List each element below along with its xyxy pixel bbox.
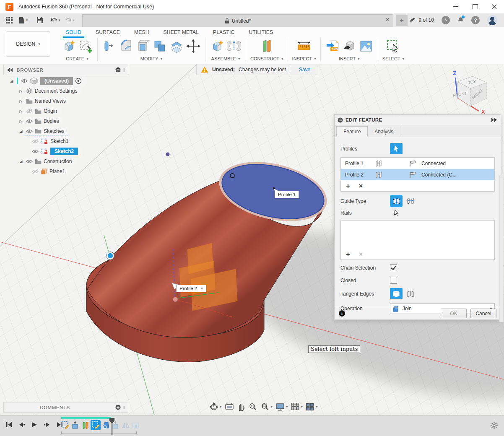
timeline-mirror[interactable] [121, 420, 131, 430]
rails-select-cursor-icon[interactable] [393, 210, 400, 217]
minimize-button[interactable] [446, 0, 465, 13]
expander-icon[interactable]: ▷ [18, 109, 24, 113]
timeline-playhead[interactable] [109, 418, 115, 435]
collapse-left-icon[interactable] [7, 68, 13, 72]
help-button[interactable]: ? [471, 16, 480, 24]
file-menu-button[interactable]: ▾ [19, 17, 28, 24]
guide-rails-button[interactable] [390, 195, 403, 207]
panel-plus-icon[interactable] [115, 405, 121, 410]
create-sketch-button[interactable] [78, 38, 93, 54]
remove-profile-button[interactable]: ✕ [359, 183, 363, 189]
profile-flip-icon[interactable] [374, 160, 383, 167]
profile2-tag[interactable]: Profile 2▾ [176, 285, 206, 292]
redo-button[interactable]: ▾ [65, 17, 75, 23]
chain-selection-checkbox[interactable] [390, 264, 397, 271]
guide-centerline-button[interactable] [404, 195, 417, 207]
joint-button[interactable] [226, 38, 242, 54]
tangent-unmerged-button[interactable] [404, 288, 417, 299]
document-tab[interactable]: Untitled* [82, 14, 393, 27]
eye-off-icon[interactable] [26, 109, 33, 114]
app-grid-button[interactable] [6, 17, 13, 24]
new-tab-button[interactable]: + [396, 15, 408, 26]
browser-item-sketch2[interactable]: Sketch2 [3, 146, 86, 156]
timeline-extrude1[interactable] [70, 420, 81, 430]
insert-svg-button[interactable]: SVG [325, 38, 340, 54]
browser-item-construction[interactable]: ◢ Construction [3, 156, 86, 166]
timeline-box[interactable] [131, 420, 141, 430]
timeline-sketch2-selected[interactable] [91, 420, 101, 430]
viewports-button[interactable]: ▾ [306, 403, 318, 411]
close-tab-button[interactable] [385, 18, 390, 22]
timeline-settings-button[interactable] [490, 421, 498, 429]
expander-icon[interactable]: ▷ [18, 119, 24, 123]
eye-off-icon[interactable] [32, 169, 39, 174]
new-solid-button[interactable] [61, 38, 76, 54]
profile-point[interactable] [230, 174, 234, 178]
measure-button[interactable] [296, 38, 312, 54]
group-label-construct[interactable]: CONSTRUCT▾ [250, 56, 283, 61]
tab-solid[interactable]: SOLID [59, 28, 88, 38]
browser-item-named-views[interactable]: ▷ Named Views [3, 96, 86, 106]
profile1-row[interactable]: Profile 1 Connected [341, 158, 494, 169]
eye-icon[interactable] [26, 159, 33, 164]
tab-feature[interactable]: Feature [336, 126, 368, 137]
panel-minus-icon[interactable] [338, 117, 343, 123]
activity-clock-button[interactable] [442, 16, 450, 24]
display-settings-button[interactable]: ▾ [275, 402, 288, 411]
add-rail-button[interactable]: + [346, 251, 350, 258]
tab-surface[interactable]: SURFACE [88, 28, 127, 38]
panel-minus-icon[interactable] [115, 67, 121, 73]
undo-button[interactable]: ▾ [51, 17, 61, 23]
expander-icon[interactable]: ◢ [18, 159, 24, 164]
edge-handle[interactable] [107, 253, 114, 259]
timeline-plane1[interactable] [81, 420, 91, 430]
step-forward-button[interactable] [43, 420, 51, 429]
save-link[interactable]: Save [294, 65, 315, 74]
tab-mesh[interactable]: MESH [127, 28, 156, 38]
press-pull-button[interactable] [102, 38, 117, 54]
fillet-button[interactable] [119, 38, 134, 54]
profile2-row[interactable]: Profile 2 Connected (C... [341, 169, 494, 180]
orbit-button[interactable]: ▾ [209, 402, 222, 411]
skip-to-start-button[interactable] [5, 420, 13, 429]
tab-plastic[interactable]: PLASTIC [206, 28, 242, 38]
eye-icon[interactable] [26, 129, 33, 134]
new-component-button[interactable] [210, 38, 225, 54]
profile1-tag[interactable]: Profile 1 [275, 191, 299, 198]
eye-off-icon[interactable] [32, 139, 39, 144]
profiles-select-button[interactable] [390, 143, 403, 154]
move-button[interactable] [186, 38, 201, 54]
fit-button[interactable]: ▾ [260, 402, 273, 411]
avatar[interactable] [487, 15, 497, 25]
notifications-button[interactable] [457, 17, 464, 23]
closed-checkbox[interactable] [390, 277, 397, 284]
maximize-button[interactable] [465, 0, 485, 13]
insert-derive-button[interactable] [342, 38, 357, 54]
browser-item-sketch1[interactable]: Sketch1 [3, 136, 86, 146]
browser-item-document-settings[interactable]: ▷ Document Settings [3, 86, 86, 96]
canvas-button[interactable] [359, 38, 374, 54]
expand-right-icon[interactable] [491, 118, 497, 122]
drag-handle[interactable]: ‖ [123, 67, 125, 73]
play-button[interactable] [30, 420, 39, 429]
direction-flag-icon[interactable] [409, 160, 417, 167]
close-button[interactable] [485, 0, 504, 13]
version-counter[interactable]: 9 of 10 [409, 17, 434, 23]
sketch-origin-point[interactable] [173, 297, 178, 302]
step-back-button[interactable] [18, 420, 26, 429]
expander-icon[interactable]: ◢ [8, 79, 15, 83]
expander-icon[interactable]: ▷ [18, 99, 24, 103]
cancel-button[interactable]: Cancel [470, 309, 496, 318]
view-cube[interactable]: TOP FRONT RIGHT Z X [446, 67, 496, 116]
drag-handle[interactable]: ‖ [123, 405, 125, 410]
browser-item-plane1[interactable]: Plane1 [3, 166, 86, 176]
browser-item-origin[interactable]: ▷ Origin [3, 106, 86, 116]
chevron-down-icon[interactable]: ▾ [201, 286, 203, 291]
rails-list[interactable]: + ✕ [340, 221, 495, 260]
group-label-assemble[interactable]: ASSEMBLE▾ [211, 56, 240, 61]
timeline-sketch1[interactable] [60, 420, 70, 430]
dialog-header[interactable]: EDIT FEATURE [335, 115, 501, 125]
profile-flip-icon[interactable] [374, 171, 383, 178]
zoom-button[interactable]: ± [248, 402, 257, 411]
remove-rail-button[interactable]: ✕ [359, 252, 363, 257]
